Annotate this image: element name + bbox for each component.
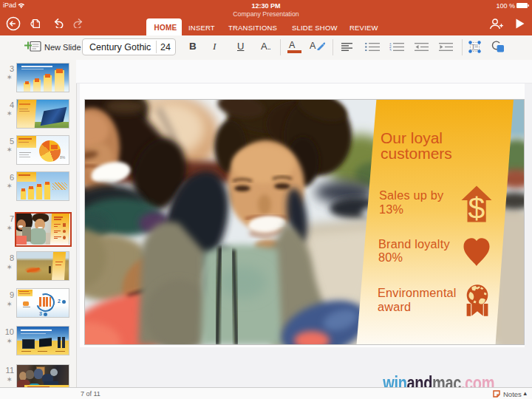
svg-text:3: 3: [389, 49, 392, 51]
svg-text:$: $: [468, 191, 485, 225]
svg-text:T: T: [471, 44, 475, 50]
